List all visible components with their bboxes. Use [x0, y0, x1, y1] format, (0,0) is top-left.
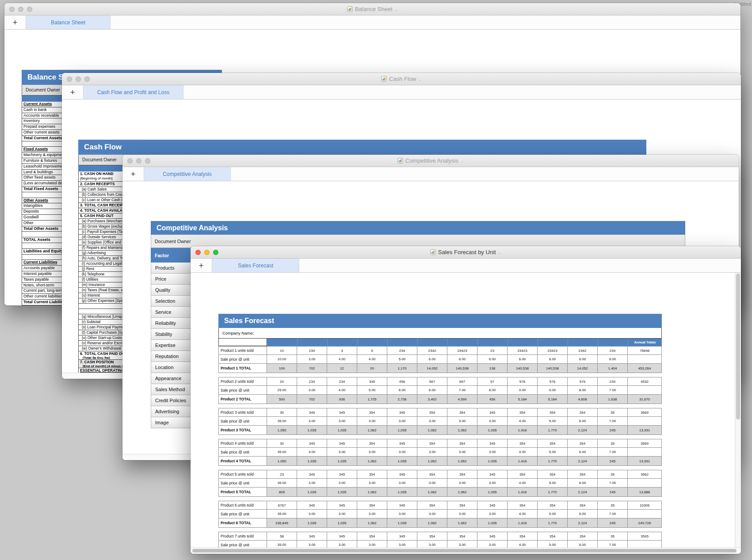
value-cell[interactable]: 20 — [357, 364, 387, 373]
value-cell[interactable]: 567 — [417, 377, 447, 386]
value-cell[interactable]: 345 — [387, 501, 417, 510]
value-cell[interactable]: 2342 — [417, 346, 447, 355]
row-label-cell[interactable]: Product 7 units sold — [218, 532, 267, 541]
value-cell[interactable]: 1,035 — [327, 457, 357, 466]
header-month-cell[interactable] — [477, 339, 508, 346]
value-cell[interactable]: 1,725 — [357, 395, 387, 404]
value-cell[interactable]: 1,062 — [417, 518, 447, 528]
annual-total-cell[interactable]: 453,264 — [628, 364, 662, 373]
value-cell[interactable]: 354 — [447, 501, 477, 510]
value-cell[interactable]: 354 — [417, 470, 447, 479]
add-sheet-button[interactable]: + — [4, 15, 26, 29]
value-cell[interactable]: 936 — [327, 395, 357, 404]
value-cell[interactable]: 7.00 — [598, 541, 628, 548]
value-cell[interactable]: 6.00 — [508, 355, 538, 364]
value-cell[interactable]: 234 — [327, 377, 357, 386]
value-cell[interactable]: 456 — [387, 377, 417, 386]
header-month-cell[interactable] — [387, 339, 417, 346]
value-cell[interactable]: 354 — [417, 501, 447, 510]
minimize-button[interactable] — [76, 76, 81, 82]
value-cell[interactable]: 354 — [357, 470, 387, 479]
value-cell[interactable]: 354 — [417, 408, 447, 417]
value-cell[interactable]: 354 — [357, 501, 387, 510]
value-cell[interactable]: 3.00 — [327, 448, 357, 457]
value-cell[interactable]: 354 — [538, 408, 568, 417]
row-label-cell[interactable]: Sale price @ unit — [218, 448, 267, 457]
title-menu-chevron[interactable]: ⌄ — [461, 158, 464, 164]
titlebar[interactable]: Balance Sheet ⌄ — [4, 3, 741, 15]
tab-balance-sheet[interactable]: Balance Sheet — [26, 15, 111, 29]
row-label-cell[interactable]: Product 2 TOTAL — [218, 395, 267, 404]
annual-total-cell[interactable] — [628, 448, 662, 457]
value-cell[interactable]: 576 — [508, 377, 538, 386]
value-cell[interactable]: 2,736 — [387, 395, 417, 404]
value-cell[interactable]: 3.00 — [417, 510, 447, 518]
value-cell[interactable]: 5,184 — [508, 395, 538, 404]
row-label-cell[interactable]: Product 3 units sold — [218, 408, 267, 417]
value-cell[interactable]: 354 — [568, 439, 598, 448]
value-cell[interactable]: 1,050 — [267, 457, 297, 466]
value-cell[interactable]: 345 — [327, 532, 357, 541]
title-menu-chevron[interactable]: ⌄ — [395, 7, 398, 12]
value-cell[interactable]: 3.00 — [297, 479, 327, 488]
value-cell[interactable]: 345 — [387, 470, 417, 479]
value-cell[interactable]: 30 — [267, 408, 297, 417]
value-cell[interactable]: 3.00 — [297, 386, 327, 395]
value-cell[interactable]: 3.00 — [387, 479, 417, 488]
value-cell[interactable]: 140,538 — [447, 364, 477, 373]
value-cell[interactable]: 23423 — [447, 346, 477, 355]
value-cell[interactable]: 35 — [598, 470, 628, 479]
value-cell[interactable]: 354 — [417, 532, 447, 541]
value-cell[interactable]: 354 — [568, 408, 598, 417]
tab-competitive-analysis[interactable]: Competitive Analysis — [144, 167, 231, 181]
value-cell[interactable]: 1,770 — [538, 518, 568, 528]
value-cell[interactable]: 345 — [297, 470, 327, 479]
value-cell[interactable]: 35 — [598, 501, 628, 510]
value-cell[interactable]: 2,124 — [568, 488, 598, 497]
value-cell[interactable]: 3.00 — [417, 479, 447, 488]
titlebar[interactable]: Cash Flow ⌄ — [62, 73, 741, 85]
vertical-scrollbar[interactable] — [735, 273, 741, 548]
value-cell[interactable]: 1,062 — [357, 518, 387, 528]
annual-total-cell[interactable]: 3569 — [628, 408, 662, 417]
value-cell[interactable]: 1,035 — [477, 518, 508, 528]
value-cell[interactable]: 1,035 — [477, 426, 508, 435]
value-cell[interactable]: 7.00 — [598, 417, 628, 426]
value-cell[interactable]: 1,638 — [598, 395, 628, 404]
value-cell[interactable]: 7.00 — [598, 386, 628, 395]
value-cell[interactable]: 3.00 — [447, 510, 477, 518]
add-sheet-button[interactable]: + — [191, 259, 212, 272]
row-label-cell[interactable]: Product 3 TOTAL — [218, 426, 267, 435]
row-label-cell[interactable]: Product 1 TOTAL — [218, 364, 267, 373]
close-button[interactable] — [195, 250, 201, 255]
value-cell[interactable]: 6.00 — [417, 386, 447, 395]
row-label-cell[interactable]: Product 6 TOTAL — [218, 518, 267, 528]
value-cell[interactable]: 3.00 — [327, 510, 357, 518]
value-cell[interactable]: 234 — [598, 377, 628, 386]
value-cell[interactable]: 354 — [357, 439, 387, 448]
value-cell[interactable]: 35.00 — [267, 479, 297, 488]
value-cell[interactable]: 354 — [508, 532, 538, 541]
value-cell[interactable]: 1,062 — [447, 488, 477, 497]
value-cell[interactable]: 35.00 — [267, 510, 297, 518]
value-cell[interactable]: 4.00 — [327, 355, 357, 364]
value-cell[interactable]: 354 — [568, 501, 598, 510]
value-cell[interactable]: 6.00 — [568, 448, 598, 457]
header-month-cell[interactable] — [447, 339, 477, 346]
value-cell[interactable]: 6.00 — [598, 355, 628, 364]
minimize-button[interactable] — [18, 7, 23, 12]
value-cell[interactable]: 6.00 — [568, 479, 598, 488]
value-cell[interactable]: 1,770 — [538, 426, 568, 435]
value-cell[interactable]: 1,035 — [297, 518, 327, 528]
value-cell[interactable]: 345 — [357, 377, 387, 386]
value-cell[interactable]: 14,052 — [417, 364, 447, 373]
tab-cash-flow-and-profit-and-loss[interactable]: Cash Flow and Profit and Loss — [83, 85, 183, 99]
value-cell[interactable]: 1,770 — [538, 457, 568, 466]
value-cell[interactable]: 354 — [538, 532, 568, 541]
value-cell[interactable]: 345 — [297, 532, 327, 541]
value-cell[interactable]: 2,124 — [568, 457, 598, 466]
value-cell[interactable]: 6.00 — [447, 355, 477, 364]
value-cell[interactable]: 140,538 — [508, 364, 538, 373]
value-cell[interactable]: 345 — [327, 501, 357, 510]
annual-total-cell[interactable]: 75696 — [628, 346, 662, 355]
